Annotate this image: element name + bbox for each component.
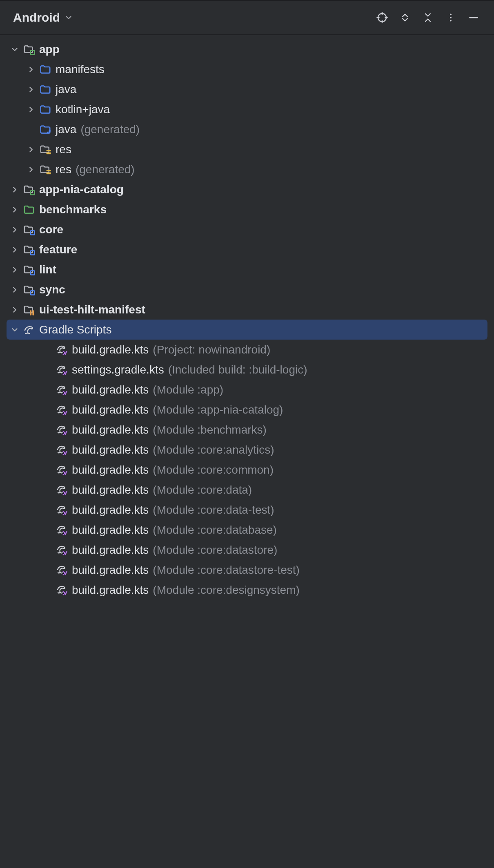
module-folder-icon: [22, 183, 36, 197]
chevron-right-icon[interactable]: [24, 165, 38, 174]
gradle-file-icon: [55, 583, 69, 597]
view-mode-title[interactable]: Android: [13, 11, 60, 25]
tree-node-res1[interactable]: res: [7, 139, 487, 159]
gradle-file-icon: [55, 403, 69, 417]
tree-node-suffix: (Module :core:common): [153, 463, 274, 477]
tree-node-label: benchmarks: [39, 203, 107, 216]
tree-node-suffix: (Module :core:datastore-test): [153, 564, 300, 577]
chevron-right-icon[interactable]: [7, 245, 22, 254]
tree-node-g7[interactable]: build.gradle.kts(Module :core:common): [7, 460, 487, 480]
more-options-icon[interactable]: [439, 6, 462, 29]
chevron-right-icon[interactable]: [7, 285, 22, 294]
tree-node-lint[interactable]: lint: [7, 260, 487, 280]
gradle-file-icon: [55, 523, 69, 537]
gradle-file-icon: [55, 483, 69, 497]
tree-node-suffix: (Module :core:datastore): [153, 544, 277, 557]
tree-node-label: res: [56, 143, 71, 156]
tree-node-java-gen[interactable]: java(generated): [7, 119, 487, 139]
tree-node-label: build.gradle.kts: [72, 383, 149, 396]
module-grey-icon: [22, 243, 36, 257]
tree-node-g10[interactable]: build.gradle.kts(Module :core:database): [7, 520, 487, 540]
tree-node-label: build.gradle.kts: [72, 343, 149, 356]
tree-node-app[interactable]: app: [7, 39, 487, 59]
tree-node-g8[interactable]: build.gradle.kts(Module :core:data): [7, 480, 487, 500]
tree-node-label: build.gradle.kts: [72, 463, 149, 477]
tree-node-sync[interactable]: sync: [7, 280, 487, 300]
tree-node-g6[interactable]: build.gradle.kts(Module :core:analytics): [7, 440, 487, 460]
select-opened-file-icon[interactable]: [371, 6, 394, 29]
tree-node-suffix: (Module :app): [153, 383, 223, 396]
tree-node-suffix: (Module :core:database): [153, 523, 277, 537]
tree-node-label: kotlin+java: [56, 103, 110, 116]
folder-res-icon: [38, 163, 52, 177]
tree-node-label: build.gradle.kts: [72, 584, 149, 597]
chevron-right-icon[interactable]: [7, 185, 22, 194]
tree-node-label: build.gradle.kts: [72, 544, 149, 557]
module-grey-icon: [22, 263, 36, 277]
tree-node-g3[interactable]: build.gradle.kts(Module :app): [7, 380, 487, 400]
view-mode-chevron-icon[interactable]: [64, 13, 73, 22]
tree-node-ui-test[interactable]: ui-test-hilt-manifest: [7, 300, 487, 320]
tree-node-g13[interactable]: build.gradle.kts(Module :core:designsyst…: [7, 580, 487, 600]
gradle-file-icon: [55, 503, 69, 517]
tree-node-g5[interactable]: build.gradle.kts(Module :benchmarks): [7, 420, 487, 440]
chevron-right-icon[interactable]: [24, 85, 38, 94]
tree-node-suffix: (Module :core:designsystem): [153, 584, 299, 597]
tree-node-label: res: [56, 163, 71, 176]
chevron-right-icon[interactable]: [24, 105, 38, 114]
tree-node-label: java: [56, 83, 76, 96]
chevron-right-icon[interactable]: [7, 225, 22, 234]
tree-node-label: build.gradle.kts: [72, 503, 149, 517]
tree-node-res-gen[interactable]: res(generated): [7, 159, 487, 179]
tree-node-suffix: (Project: nowinandroid): [153, 343, 270, 356]
folder-gen-icon: [38, 123, 52, 136]
tree-node-suffix: (Module :core:data-test): [153, 503, 274, 517]
chevron-right-icon[interactable]: [24, 65, 38, 74]
folder-res-icon: [38, 143, 52, 157]
tree-node-label: feature: [39, 243, 77, 256]
folder-green-icon: [22, 203, 36, 217]
tree-node-core[interactable]: core: [7, 219, 487, 239]
collapse-all-icon[interactable]: [416, 6, 439, 29]
tree-node-benchmarks[interactable]: benchmarks: [7, 199, 487, 219]
tree-node-suffix: (Module :core:data): [153, 483, 252, 497]
tree-node-label: build.gradle.kts: [72, 403, 149, 416]
gradle-file-icon: [55, 363, 69, 377]
tree-node-label: build.gradle.kts: [72, 564, 149, 577]
module-folder-icon: [22, 43, 36, 56]
module-grey-icon: [22, 223, 36, 237]
tree-node-g12[interactable]: build.gradle.kts(Module :core:datastore-…: [7, 560, 487, 580]
tree-node-manifests[interactable]: manifests: [7, 59, 487, 79]
gradle-file-icon: [55, 443, 69, 457]
tree-node-label: build.gradle.kts: [72, 443, 149, 456]
tree-node-suffix: (Included build: :build-logic): [168, 363, 307, 376]
gradle-file-icon: [55, 423, 69, 437]
tree-node-label: Gradle Scripts: [39, 323, 111, 336]
tree-node-gradle-scripts[interactable]: Gradle Scripts: [7, 320, 487, 340]
chevron-down-icon[interactable]: [7, 325, 22, 334]
tree-node-g1[interactable]: build.gradle.kts(Project: nowinandroid): [7, 340, 487, 360]
tree-node-feature[interactable]: feature: [7, 239, 487, 260]
tree-node-g9[interactable]: build.gradle.kts(Module :core:data-test): [7, 500, 487, 520]
tree-node-label: manifests: [56, 63, 105, 76]
gradle-file-icon: [55, 543, 69, 557]
expand-all-icon[interactable]: [394, 6, 416, 29]
tree-node-label: build.gradle.kts: [72, 523, 149, 537]
tree-node-g11[interactable]: build.gradle.kts(Module :core:datastore): [7, 540, 487, 560]
chevron-right-icon[interactable]: [7, 205, 22, 214]
tree-node-app-nia[interactable]: app-nia-catalog: [7, 179, 487, 199]
gradle-icon: [22, 323, 36, 337]
chevron-down-icon[interactable]: [7, 45, 22, 54]
tree-node-g2[interactable]: settings.gradle.kts(Included build: :bui…: [7, 360, 487, 380]
tree-node-label: app: [39, 43, 60, 56]
tree-node-label: core: [39, 223, 63, 236]
tree-node-label: sync: [39, 283, 65, 296]
gradle-file-icon: [55, 563, 69, 577]
chevron-right-icon[interactable]: [7, 305, 22, 314]
tree-node-g4[interactable]: build.gradle.kts(Module :app-nia-catalog…: [7, 400, 487, 420]
chevron-right-icon[interactable]: [24, 145, 38, 154]
chevron-right-icon[interactable]: [7, 265, 22, 274]
tree-node-java1[interactable]: java: [7, 79, 487, 99]
tree-node-kotlinjava[interactable]: kotlin+java: [7, 99, 487, 119]
hide-tool-window-icon[interactable]: [462, 6, 485, 29]
